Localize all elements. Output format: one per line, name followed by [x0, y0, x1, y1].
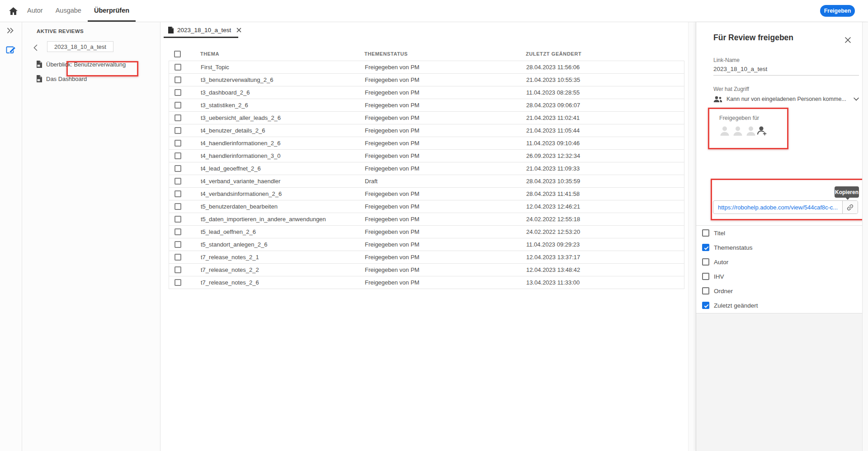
table-row[interactable]: t4_haendlerinformationen_2_6 Freigegeben… — [169, 137, 684, 150]
filter-label: Ordner — [714, 288, 733, 294]
share-url-link[interactable]: https://robohelp.adobe.com/view/544caf8c… — [713, 201, 842, 214]
topic-cell: t7_release_notes_2_2 — [201, 266, 365, 273]
row-checkbox[interactable] — [175, 254, 181, 261]
row-checkbox[interactable] — [175, 165, 181, 172]
input-underline — [713, 75, 859, 76]
modified-cell: 24.02.2022 12:53:20 — [526, 228, 684, 235]
share-button[interactable]: Freigeben — [820, 5, 855, 17]
nav-tab[interactable]: Ausgabe — [49, 0, 88, 22]
review-tool-button[interactable] — [6, 45, 17, 55]
row-checkbox[interactable] — [175, 76, 181, 83]
filter-option[interactable]: Autor — [696, 255, 862, 269]
row-checkbox[interactable] — [175, 190, 181, 197]
row-checkbox[interactable] — [175, 89, 181, 96]
row-checkbox[interactable] — [175, 64, 181, 71]
avatar[interactable] — [719, 125, 730, 136]
home-icon — [9, 7, 18, 15]
table-row[interactable]: t3_benutzerverwaltung_2_6 Freigegeben vo… — [169, 74, 684, 86]
status-cell: Freigegeben von PM — [365, 279, 526, 286]
topic-cell: t5_standort_anlegen_2_6 — [201, 241, 365, 248]
row-checkbox[interactable] — [175, 203, 181, 210]
table-row[interactable]: t5_lead_oeffnen_2_6 Freigegeben von PM 2… — [169, 226, 684, 238]
add-reviewer-button[interactable] — [757, 125, 767, 136]
filter-option[interactable]: Zuletzt geändert — [696, 298, 862, 313]
topic-cell: t4_verband_variante_haendler — [201, 178, 365, 185]
table-row[interactable]: t7_release_notes_2_1 Freigegeben von PM … — [169, 251, 684, 264]
table-row[interactable]: First_Topic Freigegeben von PM 28.04.202… — [169, 61, 684, 74]
sidebar-item-label: Das Dashboard — [46, 76, 87, 82]
document-tab-label: 2023_18_10_a_test — [177, 27, 231, 33]
filter-checkbox[interactable] — [702, 244, 709, 251]
back-button[interactable] — [33, 44, 38, 51]
table-row[interactable]: t4_lead_geoeffnet_2_6 Freigegeben von PM… — [169, 162, 684, 175]
row-checkbox[interactable] — [175, 266, 181, 273]
table-row[interactable]: t4_haendlerinformationen_3_0 Freigegeben… — [169, 150, 684, 162]
sidebar-item-topic[interactable]: Überblick: Benutzerverwaltung — [36, 61, 126, 68]
topic-cell: t5_daten_importieren_in_andere_anwendung… — [201, 216, 365, 223]
row-checkbox[interactable] — [175, 127, 181, 134]
filter-option[interactable]: Themenstatus — [696, 240, 862, 255]
row-checkbox[interactable] — [175, 152, 181, 159]
table-row[interactable]: t7_release_notes_2_2 Freigegeben von PM … — [169, 264, 684, 276]
access-selected-value: Kann nur von eingeladenen Personen komme… — [726, 96, 849, 102]
double-chevron-right-icon — [7, 28, 14, 33]
filter-option[interactable]: Ordner — [696, 284, 862, 298]
table-row[interactable]: t3_uebersicht_aller_leads_2_6 Freigegebe… — [169, 112, 684, 124]
avatar[interactable] — [732, 125, 743, 136]
topic-cell: t3_benutzerverwaltung_2_6 — [201, 76, 365, 83]
filter-checkbox[interactable] — [702, 273, 709, 280]
link-name-input[interactable]: 2023_18_10_a_test — [713, 66, 767, 72]
status-cell: Freigegeben von PM — [365, 114, 526, 121]
modified-cell: 21.04.2023 11:02:41 — [526, 114, 684, 121]
filter-checkbox[interactable] — [702, 258, 709, 266]
panel-close-button[interactable] — [844, 37, 851, 43]
table-row[interactable]: t4_verband_variante_haendler Draft 28.04… — [169, 175, 684, 188]
current-review-selector[interactable]: 2023_18_10_a_test — [47, 41, 113, 52]
link-name-label: Link-Name — [713, 57, 740, 63]
table-row[interactable]: t3_dashboard_2_6 Freigegeben von PM 11.0… — [169, 86, 684, 99]
row-checkbox[interactable] — [175, 114, 181, 121]
filter-checkbox[interactable] — [702, 287, 709, 294]
filter-checkbox[interactable] — [702, 302, 709, 309]
modified-cell: 28.04.2023 10:35:59 — [526, 178, 684, 185]
panel-footer-area — [696, 313, 862, 451]
status-cell: Freigegeben von PM — [365, 216, 526, 223]
table-row[interactable]: t4_benutzer_details_2_6 Freigegeben von … — [169, 124, 684, 137]
row-checkbox[interactable] — [175, 228, 181, 235]
status-cell: Freigegeben von PM — [365, 102, 526, 109]
filter-option[interactable]: IHV — [696, 269, 862, 284]
table-row[interactable]: t5_standort_anlegen_2_6 Freigegeben von … — [169, 238, 684, 251]
main-scrollbar-track[interactable] — [688, 22, 696, 451]
filter-checkbox[interactable] — [702, 229, 709, 237]
row-checkbox[interactable] — [175, 178, 181, 185]
table-row[interactable]: t5_daten_importieren_in_andere_anwendung… — [169, 213, 684, 226]
modified-cell: 28.04.2023 11:41:58 — [526, 190, 684, 197]
copy-link-button[interactable] — [842, 201, 858, 214]
access-dropdown[interactable]: Kann nur von eingeladenen Personen komme… — [713, 94, 859, 104]
panel-scrollbar-track[interactable] — [862, 22, 868, 451]
row-checkbox[interactable] — [175, 216, 181, 223]
row-checkbox[interactable] — [175, 140, 181, 147]
expand-panel-button[interactable] — [7, 28, 14, 33]
row-checkbox[interactable] — [175, 241, 181, 248]
select-all-checkbox[interactable] — [174, 51, 181, 57]
add-user-icon — [757, 125, 767, 136]
tab-close-button[interactable] — [236, 28, 241, 33]
nav-tab[interactable]: Autor — [21, 0, 49, 22]
sidebar-item-topic[interactable]: Das Dashboard — [36, 75, 87, 82]
filter-option[interactable]: Titel — [696, 226, 862, 240]
topic-cell: t4_lead_geoeffnet_2_6 — [201, 165, 365, 172]
row-checkbox[interactable] — [175, 102, 181, 109]
table-row[interactable]: t3_statistiken_2_6 Freigegeben von PM 28… — [169, 99, 684, 112]
document-tab[interactable]: 2023_18_10_a_test — [164, 22, 246, 38]
topic-cell: t5_benutzerdaten_bearbeiten — [201, 203, 365, 210]
table-row[interactable]: t7_release_notes_2_6 Freigegeben von PM … — [169, 276, 684, 289]
modified-cell: 21.04.2023 11:05:44 — [526, 127, 684, 134]
modified-cell: 12.04.2023 13:37:17 — [526, 254, 684, 261]
avatar[interactable] — [745, 125, 756, 136]
home-button[interactable] — [5, 0, 21, 22]
table-row[interactable]: t4_verbandsinformationen_2_6 Freigegeben… — [169, 188, 684, 200]
table-row[interactable]: t5_benutzerdaten_bearbeiten Freigegeben … — [169, 200, 684, 213]
row-checkbox[interactable] — [175, 279, 181, 286]
nav-tab[interactable]: Überprüfen — [88, 0, 136, 22]
